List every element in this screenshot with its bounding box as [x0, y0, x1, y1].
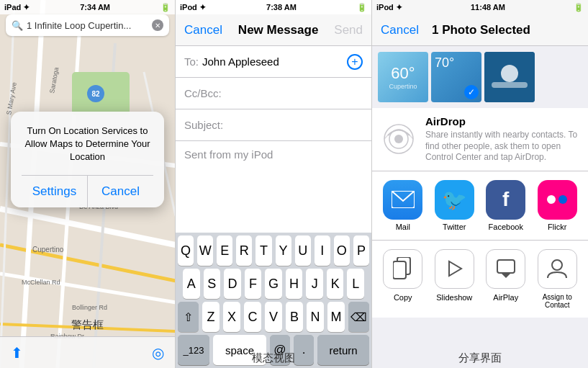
key-D[interactable]: D: [224, 269, 241, 299]
key-W[interactable]: W: [197, 235, 213, 266]
key-F[interactable]: F: [245, 269, 262, 299]
location-alert-dialog: Turn On Location Services to Allow Maps …: [11, 112, 164, 207]
share-panel: iPod ✦ 11:48 AM 🔋 Cancel 1 Photo Selecte…: [372, 0, 588, 368]
key-T[interactable]: T: [255, 235, 271, 266]
key-S[interactable]: S: [204, 269, 221, 299]
message-cancel-button[interactable]: Cancel: [184, 23, 222, 37]
airplay-button[interactable]: [486, 249, 525, 289]
message-body[interactable]: Sent from my iPod: [176, 141, 371, 213]
maps-location-icon[interactable]: ◎: [152, 344, 164, 362]
key-P[interactable]: P: [353, 235, 369, 266]
key-V[interactable]: V: [265, 302, 282, 332]
share-action-copy[interactable]: Copy: [378, 249, 428, 309]
airdrop-text: AirDrop Share instantly with nearby cont…: [425, 115, 579, 163]
airdrop-section: AirDrop Share instantly with nearby cont…: [372, 108, 588, 171]
key-M[interactable]: M: [327, 302, 345, 332]
alert-cancel-button[interactable]: Cancel: [88, 176, 153, 207]
key-Z[interactable]: Z: [202, 302, 220, 332]
share-photo-1[interactable]: 60° Cupertino: [378, 52, 428, 102]
twitter-icon: 🐦: [435, 180, 474, 220]
clear-icon: ✕: [155, 22, 160, 30]
contact-icon: [546, 258, 568, 279]
search-clear-button[interactable]: ✕: [152, 19, 163, 31]
svg-text:McClellan Rd: McClellan Rd: [22, 279, 60, 286]
key-Y[interactable]: Y: [276, 235, 291, 266]
share-app-facebook[interactable]: f Facebook: [481, 180, 531, 231]
twitter-bird-icon: 🐦: [442, 188, 467, 212]
facebook-icon: f: [486, 180, 525, 220]
msg-battery: 🔋: [357, 3, 367, 12]
slideshow-button[interactable]: [435, 249, 474, 289]
flickr-dot2: [558, 195, 567, 204]
svg-rect-32: [497, 260, 515, 273]
copy-button[interactable]: [383, 249, 422, 289]
maps-search-bar[interactable]: 🔍 1 Infinite Loop Cupertin... ✕: [6, 14, 169, 36]
message-to-field[interactable]: To: John Appleseed +: [176, 46, 371, 78]
msg-time: 7:38 AM: [266, 3, 297, 12]
key-C[interactable]: C: [244, 302, 261, 332]
share-action-airplay[interactable]: AirPlay: [481, 249, 531, 309]
maps-panel: 82 S Mary Ave Saratoga Cupertino McClell…: [0, 0, 176, 368]
facebook-label: Facebook: [489, 223, 523, 231]
svg-rect-23: [492, 82, 528, 88]
share-app-mail[interactable]: Mail: [378, 180, 428, 231]
share-app-twitter[interactable]: 🐦 Twitter: [430, 180, 480, 231]
keyboard-row-3: ⇧ Z X C V B N M ⌫: [176, 299, 371, 332]
key-H[interactable]: H: [286, 269, 303, 299]
airplay-label: AirPlay: [493, 293, 518, 302]
at-key[interactable]: @: [270, 335, 290, 365]
share-cancel-button[interactable]: Cancel: [381, 23, 419, 37]
carrier-label: iPad ✦: [4, 3, 30, 12]
share-photo-3[interactable]: [484, 52, 535, 102]
key-Q[interactable]: Q: [178, 235, 194, 266]
key-N[interactable]: N: [307, 302, 324, 332]
share-photo-2[interactable]: 70° ✓: [431, 52, 481, 102]
key-A[interactable]: A: [183, 269, 200, 299]
svg-text:Bollinger Rd: Bollinger Rd: [72, 304, 107, 311]
assign-contact-button[interactable]: [538, 249, 577, 289]
message-panel: iPod ✦ 7:38 AM 🔋 Cancel New Message Send…: [176, 0, 372, 368]
key-U[interactable]: U: [295, 235, 311, 266]
share-photos-strip: 60° Cupertino 70° ✓: [372, 46, 588, 108]
key-L[interactable]: L: [347, 269, 364, 299]
space-key[interactable]: space: [213, 335, 266, 365]
key-R[interactable]: R: [236, 235, 252, 266]
slideshow-label: Slideshow: [436, 293, 472, 302]
key-I[interactable]: I: [315, 235, 330, 266]
key-G[interactable]: G: [265, 269, 282, 299]
airdrop-title: AirDrop: [425, 115, 579, 127]
message-send-button[interactable]: Send: [334, 23, 363, 37]
svg-text:Cupertino: Cupertino: [32, 246, 64, 253]
svg-marker-33: [501, 273, 511, 278]
svg-point-22: [501, 65, 518, 82]
key-X[interactable]: X: [223, 302, 240, 332]
share-action-slideshow[interactable]: Slideshow: [430, 249, 480, 309]
svg-point-26: [394, 135, 403, 143]
maps-share-icon[interactable]: ⬆: [11, 344, 23, 362]
add-recipient-button[interactable]: +: [347, 54, 363, 70]
photo-selected-checkmark: ✓: [464, 85, 479, 99]
delete-key[interactable]: ⌫: [348, 302, 369, 332]
airdrop-waves-svg: [381, 121, 417, 157]
message-subject-field[interactable]: Subject:: [176, 109, 371, 141]
key-O[interactable]: O: [334, 235, 350, 266]
share-carrier: iPod ✦: [376, 3, 402, 12]
maps-bottom-toolbar: ⬆ ◎: [0, 336, 175, 368]
share-apps-row: Mail 🐦 Twitter f Facebook Flickr: [372, 171, 588, 241]
to-value: John Appleseed: [202, 55, 347, 68]
dot-key[interactable]: .: [294, 335, 314, 365]
message-cc-field[interactable]: Cc/Bcc:: [176, 78, 371, 109]
share-action-contact[interactable]: Assign toContact: [533, 249, 583, 309]
share-time: 11:48 AM: [471, 3, 505, 12]
shift-key[interactable]: ⇧: [178, 302, 199, 332]
return-key[interactable]: return: [317, 335, 369, 365]
key-K[interactable]: K: [327, 269, 344, 299]
msg-carrier: iPod ✦: [180, 3, 206, 12]
key-J[interactable]: J: [306, 269, 323, 299]
key-B[interactable]: B: [286, 302, 303, 332]
share-app-flickr[interactable]: Flickr: [533, 180, 583, 231]
alert-settings-button[interactable]: Settings: [22, 176, 88, 207]
share-nav-bar: Cancel 1 Photo Selected: [372, 14, 588, 46]
numbers-key[interactable]: _123: [178, 335, 209, 365]
key-E[interactable]: E: [217, 235, 232, 266]
